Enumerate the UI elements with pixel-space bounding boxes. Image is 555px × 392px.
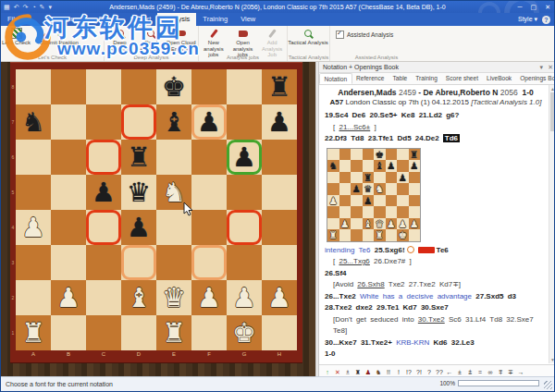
help-icon[interactable]: ? — [542, 16, 550, 24]
tab-training[interactable]: Training — [196, 13, 234, 26]
style-menu[interactable]: Style ▾ — [518, 16, 537, 23]
variation-line[interactable]: [Avoid 26.Sxh8 Txe2 27.Txe2 Kd7∓] — [325, 279, 547, 291]
tab-analysis[interactable]: Analysis — [157, 13, 196, 26]
board-square[interactable] — [262, 140, 297, 175]
panel-collapse-icon[interactable]: ▾ — [540, 62, 544, 73]
tab-notation[interactable]: Notation — [319, 73, 352, 84]
variation-line[interactable]: [Don't get seduced into 30.Txe2 Sc6 31.L… — [325, 314, 547, 337]
quick-access-icon[interactable]: ▦ — [4, 2, 10, 12]
variation-line[interactable]: [ 25...Txg6 26.Dxe7# ] — [325, 256, 547, 268]
board-square[interactable] — [86, 69, 121, 104]
move-line[interactable]: 26.Sf4 — [325, 268, 547, 280]
maximize-button[interactable]: ▢ — [531, 1, 537, 13]
board-square[interactable] — [51, 104, 86, 140]
board-square[interactable] — [191, 315, 227, 350]
board-square[interactable] — [191, 175, 227, 210]
minimize-button[interactable]: ─ — [518, 1, 523, 13]
move-line[interactable]: 22.Df3 Td8 23.Tfe1 Dd5 24.De2 Td6 — [325, 133, 547, 145]
board-square[interactable] — [156, 280, 191, 315]
board-square[interactable] — [227, 175, 262, 210]
board-square[interactable] — [51, 175, 86, 210]
board-square[interactable] — [191, 280, 227, 315]
tab-insert[interactable]: Insert — [62, 13, 92, 26]
tab-view[interactable]: View — [234, 13, 262, 26]
move-line[interactable]: intending Te6 25.Sxg6!Te6 — [325, 245, 547, 257]
tab-livebook[interactable]: LiveBook — [483, 73, 516, 84]
board-square[interactable] — [16, 104, 51, 140]
board-square[interactable] — [262, 175, 297, 210]
panel-close-icon[interactable]: ✕ — [548, 62, 553, 73]
open-analysis-jobs-button[interactable]: Open analysis jobs — [228, 28, 258, 58]
board-square[interactable] — [51, 280, 86, 315]
board-square[interactable] — [16, 175, 51, 210]
board-square[interactable] — [86, 280, 121, 315]
board-square[interactable] — [262, 315, 297, 350]
quick-access-icon[interactable]: ↷ — [23, 2, 29, 12]
board-square[interactable] — [51, 69, 86, 104]
board-square[interactable] — [156, 245, 191, 280]
board-square[interactable] — [156, 104, 191, 140]
board-square[interactable] — [227, 245, 262, 280]
cloud-analysis-button[interactable]: Cloud Analysis — [135, 28, 166, 52]
board-square[interactable] — [86, 315, 121, 350]
tab-openings-book[interactable]: Openings Book — [516, 73, 555, 84]
quick-access-icon[interactable]: ▾ — [48, 2, 52, 12]
tab-score-sheet[interactable]: Score sheet — [441, 73, 482, 84]
quick-access-icon[interactable]: ◔ — [31, 2, 35, 12]
chess-board[interactable]: ♚♜♞♝♟♟♜♟♟♛♟♞♟♟♝♛♟♟♟♜♜♚ — [16, 69, 297, 350]
tab-report[interactable]: Report — [124, 13, 158, 26]
board-square[interactable] — [262, 104, 297, 140]
move-line[interactable]: 30...Kxe7 31.Txe2+ KRB-KRN Kd6 32.Le3 — [325, 337, 547, 349]
board-square[interactable] — [16, 140, 51, 175]
move-line[interactable]: 26...Txe2 White has a decisive advantage… — [325, 291, 547, 314]
board-square[interactable] — [262, 69, 297, 104]
open-cloud-engines-button[interactable]: Open Cloud Engines — [166, 28, 196, 52]
add-analysis-job-button[interactable]: Add Analysis Job — [257, 28, 287, 58]
board-square[interactable] — [51, 140, 86, 175]
scroll-down-icon[interactable]: ▼ — [549, 357, 555, 362]
scroll-up-icon[interactable]: ▲ — [549, 86, 555, 92]
quick-access-icon[interactable]: ✎ — [40, 2, 45, 12]
board-square[interactable] — [156, 140, 191, 175]
move-line[interactable]: 19.Sc4 De6 20.Se5+ Ke8 21.Ld2 g6? — [325, 110, 547, 122]
submit-position-button[interactable]: ⇧ Submit Position — [31, 28, 87, 46]
board-square[interactable] — [121, 69, 156, 104]
board-square[interactable] — [227, 280, 262, 315]
board-square[interactable] — [121, 315, 156, 350]
board-square[interactable] — [191, 69, 227, 104]
new-analysis-jobs-button[interactable]: New analysis jobs — [199, 28, 228, 58]
tab-training[interactable]: Training — [412, 73, 442, 84]
board-square[interactable] — [16, 280, 51, 315]
close-button[interactable]: ✕ — [545, 1, 550, 13]
board-square[interactable] — [51, 210, 86, 245]
board-square[interactable] — [51, 315, 86, 350]
tab-table[interactable]: Table — [388, 73, 412, 84]
deep-analysis-button[interactable]: Deep Analysis — [105, 28, 135, 52]
notation-panel-header[interactable]: Notation + Openings Book ▾ ✕ — [319, 62, 555, 73]
assisted-analysis-checkbox[interactable]: Assisted Analysis — [330, 26, 423, 39]
variation-line[interactable]: [ 21...Sc6± ] — [325, 122, 547, 134]
board-square[interactable] — [86, 104, 121, 140]
board-square[interactable] — [121, 280, 156, 315]
scroll-thumb[interactable] — [550, 92, 555, 131]
tab-reference[interactable]: Reference — [352, 73, 388, 84]
quick-access-icon[interactable]: ↶ — [14, 2, 19, 12]
board-square[interactable] — [156, 69, 191, 104]
board-square[interactable] — [86, 245, 121, 280]
board-square[interactable] — [191, 210, 227, 245]
board-square[interactable] — [262, 245, 297, 280]
board-square[interactable] — [16, 69, 51, 104]
board-square[interactable] — [156, 315, 191, 350]
board-square[interactable] — [227, 69, 262, 104]
tactical-analysis-button[interactable]: Tactical Analysis — [288, 28, 328, 46]
board-square[interactable] — [51, 245, 86, 280]
board-square[interactable] — [227, 104, 262, 140]
resize-grip[interactable] — [544, 381, 552, 389]
board-square[interactable] — [121, 210, 156, 245]
board-square[interactable] — [227, 315, 262, 350]
tab-file[interactable]: File — [1, 13, 25, 26]
board-square[interactable] — [86, 175, 121, 210]
board-square[interactable] — [121, 140, 156, 175]
board-square[interactable] — [121, 175, 156, 210]
board-square[interactable] — [16, 315, 51, 350]
